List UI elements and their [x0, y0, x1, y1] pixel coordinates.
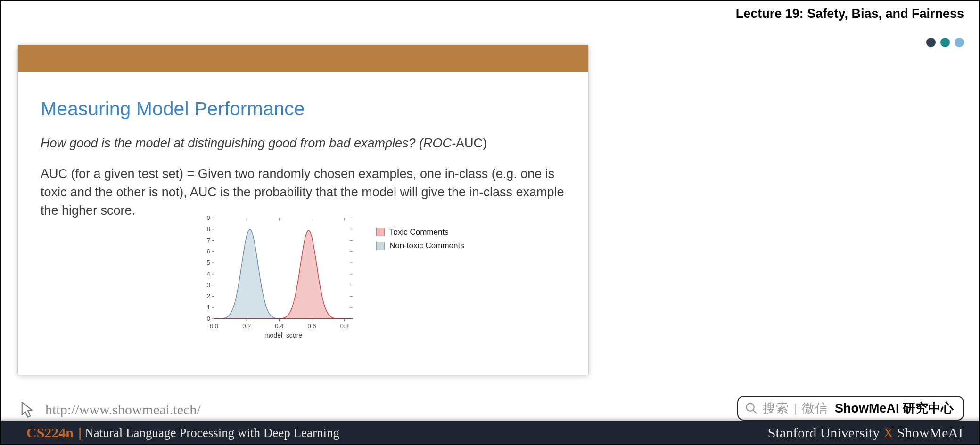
- legend-item-nontoxic: Non-toxic Comments: [376, 241, 464, 251]
- svg-text:3: 3: [207, 282, 210, 289]
- search-icon: [745, 402, 758, 415]
- svg-text:0.0: 0.0: [210, 323, 218, 330]
- search-box[interactable]: 搜索 | 微信 ShowMeAI 研究中心: [737, 396, 964, 421]
- url-row: http://www.showmeai.tech/: [18, 400, 201, 420]
- footer-right-prefix: Stanford University: [768, 425, 883, 440]
- footer-bar: CS224n | Natural Language Processing wit…: [1, 421, 979, 444]
- search-mid: 微信: [802, 400, 828, 417]
- svg-text:4: 4: [207, 270, 210, 277]
- legend-swatch: [376, 242, 385, 250]
- search-prefix: 搜索: [763, 400, 789, 417]
- dot-icon: [926, 38, 936, 47]
- svg-text:0.8: 0.8: [340, 323, 349, 330]
- legend-label: Non-toxic Comments: [389, 241, 464, 251]
- course-subtitle: Natural Language Processing with Deep Le…: [84, 426, 339, 440]
- legend-item-toxic: Toxic Comments: [376, 227, 464, 237]
- url-text: http://www.showmeai.tech/: [45, 402, 201, 418]
- svg-text:9: 9: [207, 214, 210, 221]
- svg-text:7: 7: [207, 237, 210, 244]
- svg-text:5: 5: [207, 259, 210, 267]
- search-bold: ShowMeAI 研究中心: [835, 400, 954, 417]
- svg-text:0.4: 0.4: [275, 323, 283, 330]
- slide-description: AUC (for a given test set) = Given two r…: [41, 165, 568, 220]
- dot-icon: [940, 38, 950, 47]
- footer-pipe: |: [78, 425, 82, 440]
- slide-body: Measuring Model Performance How good is …: [18, 72, 588, 352]
- brand-dots: [926, 38, 964, 47]
- svg-text:model_score: model_score: [264, 332, 302, 339]
- chart-row: 01234567890.00.20.40.60.8model_score Tox…: [41, 213, 568, 342]
- svg-text:2: 2: [207, 293, 210, 300]
- svg-line-49: [753, 410, 757, 413]
- slide-subtitle-italic: How good is the model at distinguishing …: [41, 136, 456, 150]
- legend-label: Toxic Comments: [389, 227, 449, 237]
- svg-text:6: 6: [207, 248, 210, 255]
- svg-text:0: 0: [207, 315, 210, 322]
- cursor-icon: [18, 400, 38, 420]
- search-divider: |: [794, 401, 797, 416]
- svg-text:0.2: 0.2: [242, 323, 251, 330]
- slide-subtitle: How good is the model at distinguishing …: [41, 136, 568, 151]
- dot-icon: [955, 38, 964, 47]
- chart-legend: Toxic Comments Non-toxic Comments: [376, 227, 464, 255]
- slide-subtitle-plain: AUC): [456, 136, 487, 150]
- legend-swatch: [376, 228, 385, 236]
- course-code: CS224n: [26, 425, 74, 441]
- density-chart: 01234567890.00.20.40.60.8model_score: [197, 213, 357, 340]
- slide-card: Measuring Model Performance How good is …: [18, 45, 588, 375]
- footer-right-suffix: ShowMeAI: [894, 425, 964, 440]
- slide-title: Measuring Model Performance: [41, 98, 568, 120]
- chart-container: 01234567890.00.20.40.60.8model_score: [197, 213, 357, 342]
- svg-text:1: 1: [207, 304, 210, 311]
- footer-x: X: [883, 425, 894, 440]
- slide-accent-bar: [18, 45, 588, 72]
- svg-text:8: 8: [207, 226, 210, 233]
- lecture-title: Lecture 19: Safety, Bias, and Fairness: [736, 7, 964, 21]
- svg-text:0.6: 0.6: [307, 323, 316, 330]
- footer-right: Stanford University X ShowMeAI: [768, 425, 963, 441]
